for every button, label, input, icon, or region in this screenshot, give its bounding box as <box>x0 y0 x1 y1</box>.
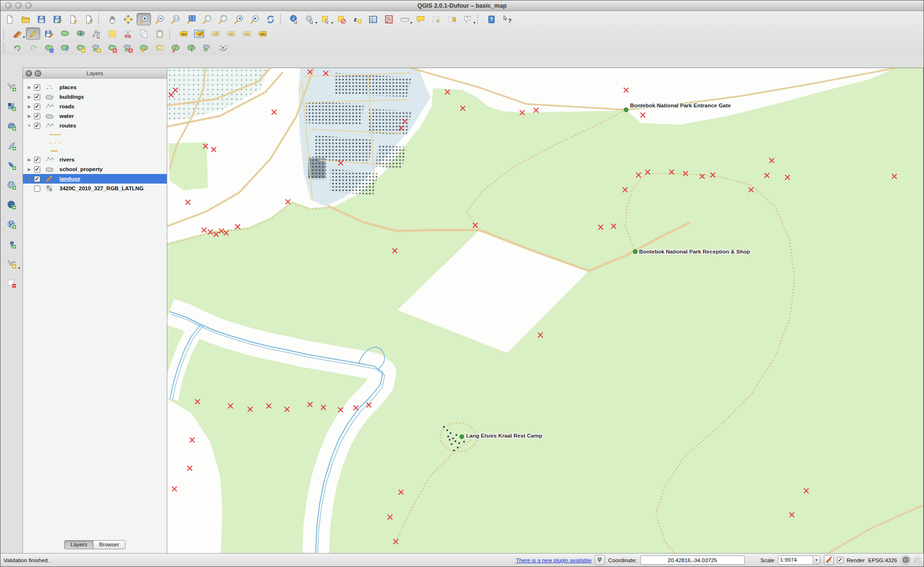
chevron-collapsed-icon[interactable]: ▶ <box>27 177 32 181</box>
layer-visibility-checkbox[interactable]: ✓ <box>34 104 40 110</box>
panel-detach-button[interactable] <box>35 70 41 77</box>
layer-item-school_property[interactable]: ▶✓school_property <box>23 164 167 174</box>
node-tool-button[interactable] <box>89 27 104 40</box>
rotate-label-button[interactable]: abc <box>239 27 254 40</box>
coordinate-input[interactable] <box>640 555 745 565</box>
open-attribute-table-button[interactable] <box>366 13 380 25</box>
chevron-collapsed-icon[interactable]: ▶ <box>27 104 32 109</box>
select-by-expression-button[interactable]: ε <box>350 13 364 25</box>
deselect-all-button[interactable] <box>334 13 348 25</box>
layer-item-places[interactable]: ▶✓places <box>23 82 167 92</box>
add-postgis-layer-button[interactable] <box>3 119 20 133</box>
layer-visibility-checkbox[interactable] <box>34 185 40 192</box>
layer-item-roads[interactable]: ▶✓roads <box>23 102 167 111</box>
measure-button[interactable]: ▾ <box>397 13 412 25</box>
add-wms-layer-button[interactable] <box>3 178 20 192</box>
redo-button[interactable] <box>26 42 40 54</box>
split-features-button[interactable] <box>168 42 183 54</box>
map-canvas[interactable]: Bontebok National Park Entrance GateBont… <box>167 68 924 553</box>
simplify-feature-button[interactable] <box>58 42 72 54</box>
copy-features-button[interactable] <box>137 27 151 40</box>
reshape-features-button[interactable] <box>137 42 151 54</box>
delete-part-button[interactable] <box>121 42 135 54</box>
plugin-button[interactable] <box>595 555 605 565</box>
rotate-feature-button[interactable] <box>42 42 56 54</box>
tab-layers[interactable]: Layers <box>64 540 93 549</box>
layer-item-water[interactable]: ▶✓water <box>23 111 167 121</box>
chevron-collapsed-icon[interactable]: ▶ <box>27 158 32 162</box>
add-mssql-layer-button[interactable] <box>3 158 20 173</box>
layer-visibility-checkbox[interactable]: ✓ <box>34 176 40 182</box>
stop-render-button[interactable] <box>824 555 834 565</box>
paste-features-button[interactable] <box>152 27 167 40</box>
close-window-button[interactable] <box>5 2 12 9</box>
delete-ring-button[interactable] <box>105 42 119 54</box>
layer-visibility-checkbox[interactable]: ✓ <box>34 113 40 119</box>
zoom-last-button[interactable] <box>231 13 246 25</box>
composer-manager-button[interactable] <box>81 13 96 25</box>
pin-unpin-labels-button[interactable]: ab <box>192 27 206 40</box>
chevron-collapsed-icon[interactable]: ▶ <box>27 95 32 99</box>
add-raster-layer-button[interactable] <box>3 99 20 114</box>
field-calculator-button[interactable] <box>381 13 396 25</box>
add-ring-button[interactable] <box>73 42 88 54</box>
layer-visibility-checkbox[interactable]: ✓ <box>34 94 40 100</box>
current-edits-button[interactable]: ▾ <box>10 27 24 40</box>
new-bookmark-button[interactable] <box>429 13 443 25</box>
plugin-link[interactable]: There is a new plugin available <box>516 557 591 563</box>
help-button[interactable]: ? <box>484 13 498 25</box>
show-hide-labels-button[interactable]: ab <box>208 27 222 40</box>
add-feature-button[interactable] <box>58 27 72 40</box>
layer-item-3420C_2010_327_RGB_LATLNG[interactable]: 3420C_2010_327_RGB_LATLNG <box>23 184 167 193</box>
chevron-expanded-icon[interactable]: ▼ <box>27 124 32 128</box>
run-feature-action-button[interactable]: ▾ <box>302 13 317 25</box>
undo-button[interactable] <box>10 42 24 54</box>
merge-features-button[interactable] <box>200 42 214 54</box>
whats-this-button[interactable]: ? <box>500 13 514 25</box>
identify-features-button[interactable]: i <box>287 13 301 25</box>
chevron-collapsed-icon[interactable]: ▶ <box>27 85 32 90</box>
new-print-composer-button[interactable] <box>66 13 80 25</box>
crs-status-button[interactable] <box>901 555 911 565</box>
move-label-button[interactable]: abc <box>223 27 238 40</box>
labeling-options-button[interactable]: abc <box>176 27 190 40</box>
layer-visibility-checkbox[interactable]: ✓ <box>34 157 40 163</box>
layer-visibility-checkbox[interactable]: ✓ <box>34 84 40 91</box>
zoom-in-button[interactable] <box>137 13 151 25</box>
toggle-editing-button[interactable] <box>26 27 40 40</box>
add-part-button[interactable] <box>89 42 104 54</box>
save-project-as-button[interactable] <box>50 13 64 25</box>
zoom-window-button[interactable] <box>25 2 32 9</box>
chevron-collapsed-icon[interactable]: ▶ <box>27 167 32 172</box>
add-wcs-layer-button[interactable] <box>3 197 20 212</box>
remove-layer-button[interactable] <box>3 276 20 290</box>
layer-item-rivers[interactable]: ▶✓rivers <box>23 155 167 164</box>
tab-browser[interactable]: Browser <box>93 540 126 549</box>
select-features-button[interactable]: ▾ <box>318 13 333 25</box>
render-checkbox[interactable]: ✓ <box>837 557 843 563</box>
save-layer-edits-button[interactable] <box>42 27 56 40</box>
new-project-button[interactable] <box>2 13 17 25</box>
new-shapefile-layer-button[interactable]: ▾ <box>3 256 20 271</box>
save-project-button[interactable] <box>34 13 48 25</box>
add-spatialite-layer-button[interactable] <box>3 139 20 153</box>
map-tips-button[interactable] <box>413 13 427 25</box>
show-bookmarks-button[interactable] <box>445 13 459 25</box>
panel-close-button[interactable]: × <box>25 70 32 77</box>
zoom-to-layer-button[interactable] <box>216 13 230 25</box>
move-feature-button[interactable] <box>73 27 88 40</box>
add-wfs-layer-button[interactable] <box>3 217 20 231</box>
split-parts-button[interactable] <box>184 42 198 54</box>
change-label-button[interactable]: abc <box>255 27 269 40</box>
cut-features-button[interactable] <box>121 27 135 40</box>
pan-to-selection-button[interactable] <box>121 13 135 25</box>
refresh-map-button[interactable] <box>263 13 277 25</box>
layer-item-routes[interactable]: ▼✓routes <box>23 121 167 130</box>
layer-visibility-checkbox[interactable]: ✓ <box>34 166 40 173</box>
rotate-point-symbols-button[interactable] <box>216 42 230 54</box>
delete-selected-button[interactable] <box>105 27 119 40</box>
scale-combo[interactable]: 1:9974 ▾ <box>778 555 820 565</box>
zoom-full-button[interactable] <box>184 13 198 25</box>
minimize-window-button[interactable] <box>15 2 22 9</box>
layer-item-buildings[interactable]: ▶✓buildings <box>23 92 167 102</box>
